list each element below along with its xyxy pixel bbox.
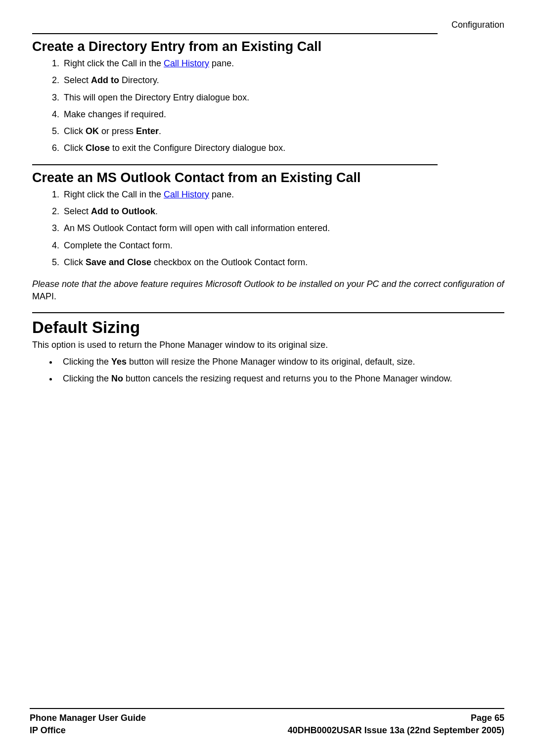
text: Select bbox=[64, 206, 91, 216]
list-item: Clicking the Yes button will resize the … bbox=[58, 356, 504, 368]
text-bold: Enter bbox=[136, 126, 159, 136]
list-item: Clicking the No button cancels the resiz… bbox=[58, 373, 504, 384]
text-bold: No bbox=[111, 374, 123, 383]
text: or press bbox=[99, 126, 136, 136]
list-item: Complete the Contact form. bbox=[62, 239, 504, 251]
section3-bullets: Clicking the Yes button will resize the … bbox=[32, 356, 504, 385]
text: . bbox=[159, 126, 161, 136]
divider bbox=[32, 33, 438, 34]
list-item: Right click the Call in the Call History… bbox=[62, 57, 504, 69]
text-bold: Save and Close bbox=[86, 257, 151, 267]
list-item: Click OK or press Enter. bbox=[62, 125, 504, 137]
section3-intro: This option is used to return the Phone … bbox=[32, 339, 504, 351]
text: Please note that the above feature requi… bbox=[32, 279, 504, 289]
text: . bbox=[155, 206, 158, 216]
text: Right click the Call in the bbox=[64, 58, 164, 68]
text: to exit the Configure Directory dialogue… bbox=[110, 143, 285, 153]
text: button cancels the resizing request and … bbox=[123, 374, 452, 383]
list-item: This will open the Directory Entry dialo… bbox=[62, 92, 504, 103]
section1-steps: Right click the Call in the Call History… bbox=[32, 57, 504, 154]
text-bold: Add to bbox=[91, 75, 119, 85]
header-breadcrumb: Configuration bbox=[32, 20, 504, 30]
section2-heading: Create an MS Outlook Contact from an Exi… bbox=[32, 170, 504, 186]
divider bbox=[32, 164, 438, 165]
text: MAPI. bbox=[32, 291, 56, 301]
text-bold: Yes bbox=[111, 357, 127, 367]
text: Clicking the bbox=[63, 374, 111, 383]
list-item: Select Add to Outlook. bbox=[62, 205, 504, 217]
footer-left2: IP Office bbox=[30, 724, 66, 736]
text-bold: Add to Outlook bbox=[91, 206, 155, 216]
section3-heading: Default Sizing bbox=[32, 318, 504, 337]
text: Click bbox=[64, 143, 86, 153]
text: Click bbox=[64, 257, 86, 267]
footer-left1: Phone Manager User Guide bbox=[30, 712, 146, 724]
text: Click bbox=[64, 126, 86, 136]
list-item: Click Close to exit the Configure Direct… bbox=[62, 142, 504, 154]
text: button will resize the Phone Manager win… bbox=[127, 357, 415, 367]
text: Directory. bbox=[119, 75, 159, 85]
page-footer: Phone Manager User Guide Page 65 IP Offi… bbox=[30, 708, 504, 736]
list-item: Make changes if required. bbox=[62, 108, 504, 120]
text: Clicking the bbox=[63, 357, 111, 367]
footer-right2: 40DHB0002USAR Issue 13a (22nd September … bbox=[288, 724, 504, 736]
divider bbox=[30, 708, 504, 709]
call-history-link[interactable]: Call History bbox=[164, 189, 209, 199]
footer-right1: Page 65 bbox=[471, 712, 504, 724]
text: Right click the Call in the bbox=[64, 189, 164, 199]
list-item: Select Add to Directory. bbox=[62, 74, 504, 86]
text-bold: Close bbox=[86, 143, 110, 153]
section2-note: Please note that the above feature requi… bbox=[32, 278, 504, 302]
divider bbox=[32, 312, 504, 313]
text: Select bbox=[64, 75, 91, 85]
list-item: Right click the Call in the Call History… bbox=[62, 189, 504, 200]
list-item: Click Save and Close checkbox on the Out… bbox=[62, 256, 504, 268]
section2-steps: Right click the Call in the Call History… bbox=[32, 189, 504, 268]
text-bold: OK bbox=[86, 126, 99, 136]
text: pane. bbox=[209, 58, 234, 68]
list-item: An MS Outlook Contact form will open wit… bbox=[62, 222, 504, 234]
text: checkbox on the Outlook Contact form. bbox=[151, 257, 308, 267]
section1-heading: Create a Directory Entry from an Existin… bbox=[32, 39, 504, 54]
call-history-link[interactable]: Call History bbox=[164, 58, 209, 68]
text: pane. bbox=[209, 189, 234, 199]
